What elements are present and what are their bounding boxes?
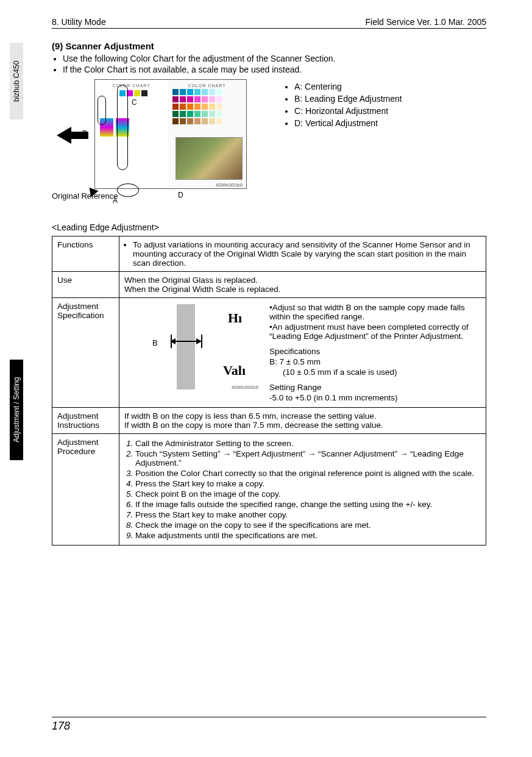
proc-step: Call the Administrator Setting to the sc… [135, 439, 481, 448]
side-tab-section: Adjustment / Setting [10, 360, 23, 460]
spec-alt: (10 ± 0.5 mm if a scale is used) [269, 368, 481, 377]
proc-step: Check point B on the image of the copy. [135, 489, 481, 499]
instr-line: If width B on the copy is less than 6.5 … [124, 411, 481, 421]
spec-text-val: Valı [223, 363, 246, 378]
spec-text-h: Hı [228, 310, 242, 326]
header-left: 8. Utility Mode [52, 17, 106, 27]
row-label-use: Use [52, 272, 119, 298]
row-label-instr: Adjustment Instructions [52, 408, 119, 434]
page-header: 8. Utility Mode Field Service Ver. 1.0 M… [52, 17, 486, 29]
marker-a: A [113, 196, 118, 205]
chart-title: COLOR CHART [95, 84, 168, 88]
marker-c: C [132, 98, 137, 107]
proc-step: Position the Color Chart correctly so th… [135, 469, 481, 478]
proc-step: Press the Start key to make a copy. [135, 479, 481, 488]
sample-photo [176, 137, 243, 180]
range-header: Setting Range [269, 383, 481, 392]
spec-text-block: •Adjust so that width B on the sample co… [269, 302, 481, 403]
spec-value: B: 7 ± 0.5 mm [269, 357, 481, 366]
row-label-spec: Adjustment Specification [52, 298, 119, 408]
row-value-use: When the Original Glass is replaced. Whe… [119, 272, 486, 298]
instr-line: If width B on the copy is more than 7.5 … [124, 421, 481, 430]
callout-c [117, 85, 128, 170]
figure-ref-num: 4036fs3018c0 [216, 183, 243, 187]
legend-c: C: Horizontal Adjustment [294, 106, 402, 116]
spec-fig-num: 4036fs3020c0 [232, 385, 258, 389]
spec-table: Functions To adjust variations in mounti… [52, 236, 486, 546]
page-body: 8. Utility Mode Field Service Ver. 1.0 M… [0, 0, 532, 570]
row-label-functions: Functions [52, 236, 119, 272]
proc-step: Touch “System Setting” → “Expert Adjustm… [135, 449, 481, 467]
page-footer: 178 [52, 717, 486, 733]
header-right: Field Service Ver. 1.0 Mar. 2005 [366, 17, 486, 27]
chart-title: COLOR CHART [168, 84, 246, 88]
proc-step: Make adjustments until the specification… [135, 531, 481, 540]
row-value-spec: B Hı Valı 4036fs3020c0 •Adjust so that w… [119, 298, 486, 408]
section-title: (9) Scanner Adjustment [52, 41, 486, 51]
proc-step: If the image falls outside the specified… [135, 500, 481, 509]
spec-figure: B Hı Valı 4036fs3020c0 [137, 304, 258, 389]
use-line: When the Original Glass is replaced. [124, 275, 481, 285]
arrow-left-icon [57, 127, 71, 144]
legend-a: A: Centering [294, 82, 402, 91]
spec-marker-b: B [152, 338, 158, 347]
use-line: When the Original Width Scale is replace… [124, 285, 481, 294]
marker-b: B [82, 129, 87, 138]
intro-item: Use the following Color Chart for the ad… [63, 54, 486, 63]
callout-a [117, 183, 139, 197]
marker-d: D [178, 191, 183, 199]
figure-legend: A: Centering B: Leading Edge Adjustment … [283, 79, 402, 130]
proc-step: Check the image on the copy to see if th… [135, 521, 481, 530]
intro-list: Use the following Color Chart for the ad… [52, 54, 486, 74]
legend-b: B: Leading Edge Adjustment [294, 94, 402, 104]
page-number: 178 [52, 720, 70, 732]
color-chart-figure: B COLOR CHART COLOR CHART [52, 79, 259, 201]
side-tab-model: bizhub C450 [10, 43, 23, 119]
legend-d: D: Vertical Adjustment [294, 118, 402, 128]
row-value-functions: To adjust variations in mounting accurac… [119, 236, 486, 272]
subheading: <Leading Edge Adjustment> [52, 222, 486, 232]
range-value: -5.0 to +5.0 (in 0.1 mm increments) [269, 393, 481, 402]
original-reference-label: Original Reference [52, 191, 259, 201]
row-label-proc: Adjustment Procedure [52, 434, 119, 546]
row-value-instr: If width B on the copy is less than 6.5 … [119, 408, 486, 434]
intro-item: If the Color Chart is not available, a s… [63, 65, 486, 74]
proc-step: Press the Start key to make another copy… [135, 510, 481, 519]
row-value-proc: Call the Administrator Setting to the sc… [119, 434, 486, 546]
callout-b [98, 96, 106, 125]
spec-bullet: Adjust so that width B on the sample cop… [269, 303, 465, 321]
functions-text: To adjust variations in mounting accurac… [133, 240, 481, 268]
spec-header: Specifications [269, 347, 481, 356]
spec-bullet: An adjustment must have been completed c… [269, 322, 469, 341]
